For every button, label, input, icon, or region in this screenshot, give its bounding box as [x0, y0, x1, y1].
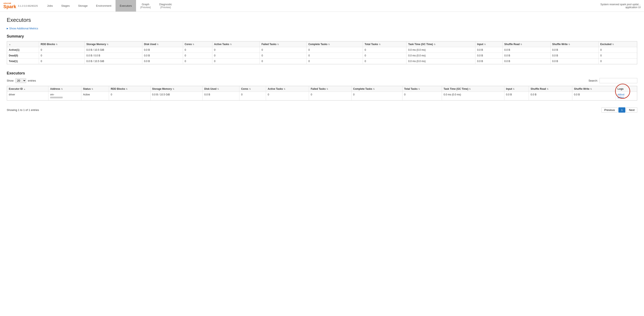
summary-label: Total(1)	[7, 58, 39, 64]
exec-col-total: Total Tasks ⇅	[402, 86, 442, 92]
summary-col-disk: Disk Used ⇅	[142, 42, 183, 47]
summary-col-complete-tasks: Complete Tasks ⇅	[306, 42, 363, 47]
summary-total: 0	[363, 53, 406, 58]
summary-col-shuffle-read: Shuffle Read ⇅	[502, 42, 550, 47]
exec-cores: 0	[240, 92, 266, 100]
exec-active-tasks: 0	[266, 92, 309, 100]
exec-col-id: Executor ID ▲	[7, 86, 48, 92]
exec-col-logs: Logs	[616, 86, 637, 92]
executors-heading: Executors	[7, 71, 637, 76]
summary-complete: 0	[306, 47, 363, 53]
summary-cores: 0	[183, 47, 212, 53]
summary-excluded: 0	[598, 47, 637, 53]
spark-logo: APACHE Spark	[3, 2, 16, 9]
summary-excluded: 0	[598, 58, 637, 64]
exec-tasktime: 0.0 ms (0.0 ms)	[442, 92, 504, 100]
summary-rdd: 0	[39, 53, 85, 58]
exec-col-tasktime: Task Time (GC Time) ⇅	[442, 86, 504, 92]
summary-active: 0	[212, 47, 260, 53]
nav-diagnostic[interactable]: Diagnostic (Preview)	[155, 0, 176, 12]
summary-total: 0	[363, 47, 406, 53]
summary-heading: Summary	[7, 34, 637, 38]
exec-id: driver	[7, 92, 48, 100]
pagination: Showing 1 to 1 of 1 entries Previous 1 N…	[7, 107, 637, 112]
summary-col-storage-memory: Storage Memory ⇅	[85, 42, 142, 47]
logs-circle-wrapper: Logs	[618, 88, 624, 90]
summary-row: Active(1) 0 0.0 B / 10.5 GiB 0.0 B 0 0 0…	[7, 47, 637, 53]
main-content: Executors Show Additional Metrics Summar…	[0, 12, 644, 118]
summary-col-shuffle-write: Shuffle Write ⇅	[550, 42, 598, 47]
exec-col-failed: Failed Tasks ⇅	[309, 86, 351, 92]
show-label: Show	[7, 79, 14, 82]
exec-col-disk: Disk Used ⇅	[202, 86, 240, 92]
show-entries: Show 20 50 100 entries	[7, 78, 36, 83]
summary-col-label: ▲	[7, 42, 39, 47]
nav-storage[interactable]: Storage	[74, 0, 92, 12]
summary-tasktime: 0.0 ms (0.0 ms)	[406, 58, 476, 64]
nav-executors[interactable]: Executors	[116, 0, 136, 12]
exec-failed-tasks: 0	[309, 92, 351, 100]
summary-complete: 0	[306, 53, 363, 58]
summary-col-input: Input ⇅	[476, 42, 503, 47]
nav-environment[interactable]: Environment	[92, 0, 116, 12]
showing-text: Showing 1 to 1 of 1 entries	[7, 108, 39, 112]
show-additional-metrics-link[interactable]: Show Additional Metrics	[7, 27, 38, 30]
search-label: Search:	[588, 79, 598, 82]
summary-shuffle-write: 0.0 B	[550, 58, 598, 64]
search-box: Search:	[588, 78, 637, 83]
page-buttons: Previous 1 Next	[602, 107, 637, 112]
summary-shuffle-write: 0.0 B	[550, 53, 598, 58]
exec-address: vm-	[48, 92, 81, 100]
summary-failed: 0	[260, 47, 306, 53]
search-input[interactable]	[600, 78, 637, 83]
executors-table-wrapper: Executor ID ▲ Address ⇅ Status ⇅ RDD Blo…	[7, 86, 637, 101]
executors-section: Executors Show 20 50 100 entries Search:	[7, 71, 637, 112]
entries-select[interactable]: 20 50 100	[15, 78, 26, 83]
page-1-button[interactable]: 1	[618, 107, 625, 112]
summary-col-excluded: Excluded ⇅	[598, 42, 637, 47]
summary-storage: 0.0 B / 10.5 GiB	[85, 58, 142, 64]
summary-disk: 0.0 B	[142, 47, 183, 53]
nav-jobs[interactable]: Jobs	[43, 0, 57, 12]
exec-col-address: Address ⇅	[48, 86, 81, 92]
nav-graph[interactable]: Graph (Preview)	[136, 0, 155, 12]
summary-total: 0	[363, 58, 406, 64]
summary-label: Active(1)	[7, 47, 39, 53]
summary-col-active-tasks: Active Tasks ⇅	[212, 42, 260, 47]
exec-col-complete: Complete Tasks ⇅	[351, 86, 402, 92]
summary-rdd: 0	[39, 47, 85, 53]
exec-status: Active	[81, 92, 109, 100]
exec-col-storage: Storage Memory ⇅	[150, 86, 202, 92]
summary-col-task-time: Task Time (GC Time) ⇅	[406, 42, 476, 47]
entries-label: entries	[28, 79, 36, 82]
exec-disk: 0.0 B	[202, 92, 240, 100]
prev-button[interactable]: Previous	[602, 107, 618, 112]
summary-tasktime: 0.0 ms (0.0 ms)	[406, 47, 476, 53]
exec-storage: 0.0 B / 10.5 GiB	[150, 92, 202, 100]
exec-shuffle-read: 0.0 B	[529, 92, 572, 100]
summary-col-total-tasks: Total Tasks ⇅	[363, 42, 406, 47]
nav-bar: APACHE Spark 3.1.2.5.0-66290225 Jobs Sta…	[0, 0, 644, 12]
brand: APACHE Spark 3.1.2.5.0-66290225	[3, 2, 38, 9]
summary-tasktime: 0.0 ms (0.0 ms)	[406, 53, 476, 58]
summary-shuffle-read: 0.0 B	[502, 47, 550, 53]
exec-total-tasks: 0	[402, 92, 442, 100]
summary-cores: 0	[183, 53, 212, 58]
next-button[interactable]: Next	[626, 107, 637, 112]
summary-storage: 0.0 B / 0.0 B	[85, 53, 142, 58]
exec-complete-tasks: 0	[351, 92, 402, 100]
summary-excluded: 0	[598, 53, 637, 58]
summary-rdd: 0	[39, 58, 85, 64]
summary-shuffle-read: 0.0 B	[502, 53, 550, 58]
nav-links: Jobs Stages Storage Environment Executor…	[43, 0, 600, 12]
stdout-link[interactable]: stdout	[618, 93, 635, 96]
exec-input: 0.0 B	[504, 92, 529, 100]
summary-col-cores: Cores ⇅	[183, 42, 212, 47]
stderr-link[interactable]: stderr	[618, 96, 635, 99]
nav-stages[interactable]: Stages	[57, 0, 74, 12]
summary-failed: 0	[260, 58, 306, 64]
summary-shuffle-write: 0.0 B	[550, 47, 598, 53]
summary-table-wrapper: ▲ RDD Blocks ⇅ Storage Memory ⇅ Disk Use…	[7, 41, 637, 64]
summary-col-failed-tasks: Failed Tasks ⇅	[260, 42, 306, 47]
exec-col-shuffle-write: Shuffle Write ⇅	[572, 86, 616, 92]
